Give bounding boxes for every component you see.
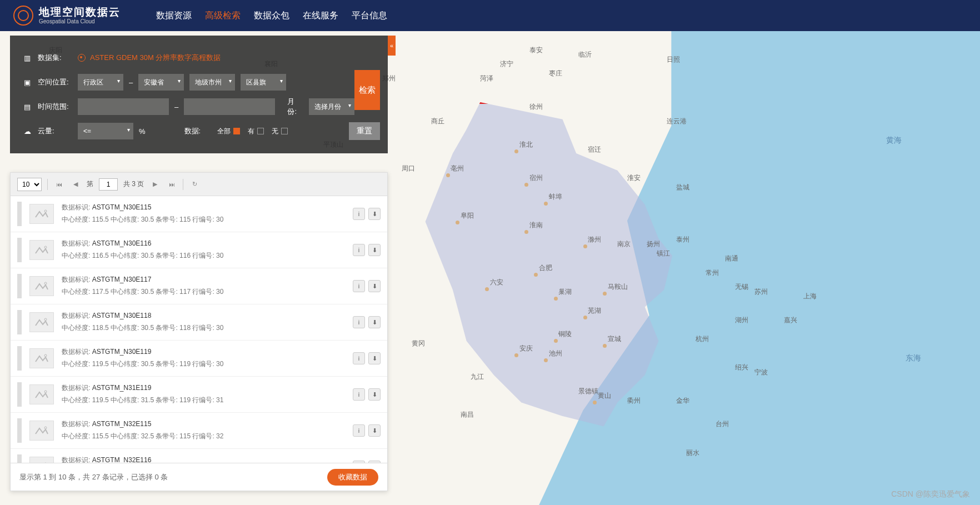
info-button[interactable]: i — [353, 316, 365, 328]
select-strip[interactable] — [17, 274, 22, 298]
result-item[interactable]: 数据标识: ASTGTM_N32E116 中心经度: 116.5 中心纬度: 3… — [11, 449, 387, 463]
nav-item-2[interactable]: 数据众包 — [247, 11, 296, 20]
radio-yes[interactable]: 有 — [248, 127, 264, 136]
nav-item-0[interactable]: 数据资源 — [149, 11, 198, 20]
province-select[interactable]: 安徽省 — [138, 74, 184, 91]
result-list: 数据标识: ASTGTM_N30E115 中心经度: 115.5 中心纬度: 3… — [11, 196, 387, 463]
cloud-op-select[interactable]: <= — [78, 123, 133, 139]
select-strip[interactable] — [17, 202, 22, 226]
info-button[interactable]: i — [353, 424, 365, 437]
select-strip[interactable] — [17, 346, 22, 371]
city-label: 阜阳 — [461, 211, 474, 221]
select-strip[interactable] — [17, 418, 22, 443]
city-label: 滁州 — [588, 235, 601, 244]
info-button[interactable]: i — [353, 280, 365, 292]
city-label: 菏泽 — [480, 74, 493, 83]
info-button[interactable]: i — [353, 352, 365, 364]
city-label: 嘉兴 — [784, 316, 797, 325]
download-button[interactable]: ⬇ — [368, 316, 381, 328]
cloud-icon: ☁ — [22, 126, 32, 136]
reset-button[interactable]: 重置 — [349, 122, 380, 140]
radio-all[interactable]: 全部 — [217, 127, 240, 136]
select-strip[interactable] — [17, 454, 22, 463]
region-mode-select[interactable]: 行政区 — [78, 74, 123, 91]
city-label: 绍兴 — [735, 363, 748, 372]
result-item[interactable]: 数据标识: ASTGTM_N30E118 中心经度: 118.5 中心纬度: 3… — [11, 304, 387, 341]
total-pages: 共 3 页 — [123, 179, 144, 189]
result-item[interactable]: 数据标识: ASTGTM_N31E119 中心经度: 119.5 中心纬度: 3… — [11, 377, 387, 413]
city-label: 镇江 — [657, 249, 670, 258]
nav-item-4[interactable]: 平台信息 — [345, 11, 394, 20]
select-strip[interactable] — [17, 310, 22, 334]
city-label: 台州 — [716, 419, 729, 429]
first-page-button[interactable]: ⏮ — [53, 179, 64, 190]
result-item[interactable]: 数据标识: ASTGTM_N30E115 中心经度: 115.5 中心纬度: 3… — [11, 196, 387, 232]
nav-item-1[interactable]: 高级检索 — [198, 11, 247, 20]
city-label: 徐州 — [529, 102, 543, 112]
nav-item-3[interactable]: 在线服务 — [296, 11, 345, 20]
thumbnail — [29, 312, 54, 332]
city-label: 宣城 — [608, 334, 621, 344]
result-item[interactable]: 数据标识: ASTGTM_N30E116 中心经度: 116.5 中心纬度: 3… — [11, 232, 387, 268]
info-button[interactable]: i — [353, 388, 365, 401]
time-from-input[interactable] — [78, 98, 169, 115]
result-item[interactable]: 数据标识: ASTGTM_N32E115 中心经度: 115.5 中心纬度: 3… — [11, 413, 387, 449]
site-title-cn: 地理空间数据云 — [39, 7, 121, 18]
svg-point-2 — [44, 282, 47, 284]
last-page-button[interactable]: ⏭ — [166, 179, 177, 190]
city-label: 泰州 — [676, 235, 689, 244]
main-nav: 数据资源高级检索数据众包在线服务平台信息 — [149, 10, 394, 22]
svg-point-3 — [44, 318, 47, 321]
city-select[interactable]: 地级市州 — [189, 74, 235, 91]
next-page-button[interactable]: ▶ — [149, 179, 161, 190]
search-panel: ▥ 数据集: ASTER GDEM 30M 分辨率数字高程数据 ▣ 空间位置: … — [10, 36, 388, 153]
county-select[interactable]: 区县旗 — [241, 74, 286, 91]
download-button[interactable]: ⬇ — [368, 424, 381, 437]
page-number-input[interactable] — [99, 178, 118, 191]
select-strip[interactable] — [17, 238, 22, 262]
watermark: CSDN @陈奕迅爱气象 — [891, 489, 970, 499]
info-button[interactable]: i — [353, 208, 365, 220]
results-panel: 10 ⏮ ◀ 第 共 3 页 ▶ ⏭ ↻ 数据标识: ASTGTM_N30E11… — [10, 172, 388, 491]
city-label: 铜陵 — [558, 329, 572, 339]
collapse-panel-toggle[interactable]: « — [388, 36, 396, 56]
select-strip[interactable] — [17, 382, 22, 407]
location-icon: ▣ — [22, 77, 32, 87]
info-button[interactable]: i — [353, 244, 365, 256]
search-button[interactable]: 检索 — [354, 70, 380, 110]
download-button[interactable]: ⬇ — [368, 280, 381, 292]
result-item[interactable]: 数据标识: ASTGTM_N30E119 中心经度: 119.5 中心纬度: 3… — [11, 341, 387, 377]
city-label: 巢湖 — [558, 287, 572, 297]
city-label: 马鞍山 — [608, 282, 628, 292]
cloud-label: 云量: — [38, 126, 72, 136]
download-button[interactable]: ⬇ — [368, 388, 381, 401]
download-button[interactable]: ⬇ — [368, 352, 381, 364]
city-label: 湖州 — [735, 316, 748, 325]
result-item[interactable]: 数据标识: ASTGTM_N30E117 中心经度: 117.5 中心纬度: 3… — [11, 268, 387, 304]
calendar-icon: ▤ — [22, 102, 32, 112]
svg-point-6 — [44, 427, 47, 429]
download-button[interactable]: ⬇ — [368, 208, 381, 220]
city-label: 无锡 — [735, 282, 748, 292]
city-label: 淮北 — [519, 140, 533, 149]
page-size-select[interactable]: 10 — [17, 178, 42, 191]
pager-bar: 10 ⏮ ◀ 第 共 3 页 ▶ ⏭ ↻ — [11, 173, 387, 196]
city-label: 宁波 — [754, 368, 768, 377]
city-label: 泰安 — [529, 46, 543, 55]
refresh-button[interactable]: ↻ — [189, 179, 200, 190]
site-logo[interactable]: 地理空间数据云 Geospatial Data Cloud — [13, 6, 121, 26]
time-to-input[interactable] — [184, 98, 275, 115]
download-button[interactable]: ⬇ — [368, 461, 381, 463]
main-header: 地理空间数据云 Geospatial Data Cloud 数据资源高级检索数据… — [0, 0, 980, 31]
prev-page-button[interactable]: ◀ — [70, 179, 81, 190]
download-button[interactable]: ⬇ — [368, 244, 381, 256]
info-button[interactable]: i — [353, 461, 365, 463]
thumbnail — [29, 421, 54, 441]
results-footer: 显示第 1 到 10 条，共 27 条记录，已选择 0 条 收藏数据 — [11, 463, 387, 491]
collect-button[interactable]: 收藏数据 — [327, 469, 378, 486]
month-select[interactable]: 选择月份 — [309, 98, 354, 115]
radio-no[interactable]: 无 — [272, 127, 288, 136]
dataset-value[interactable]: ASTER GDEM 30M 分辨率数字高程数据 — [78, 53, 221, 63]
city-label: 池州 — [549, 349, 562, 358]
sea-label: 黄海 — [886, 136, 902, 146]
